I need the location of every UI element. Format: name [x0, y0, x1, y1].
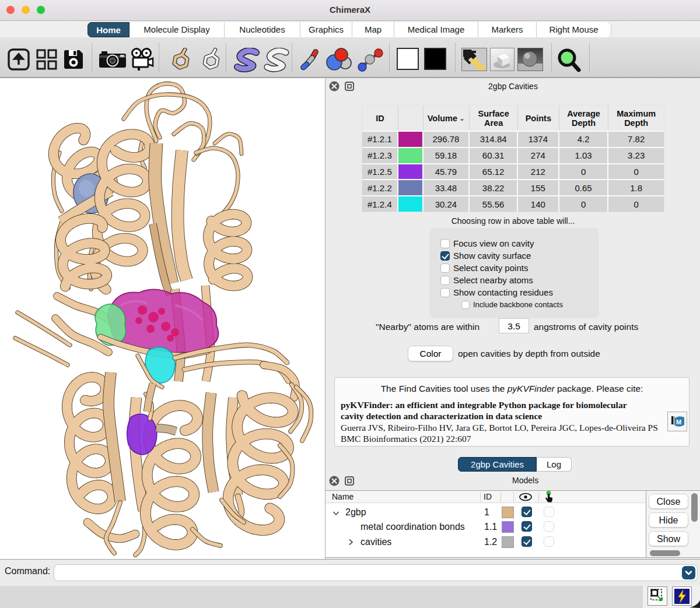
svg-text:M: M [676, 419, 681, 426]
